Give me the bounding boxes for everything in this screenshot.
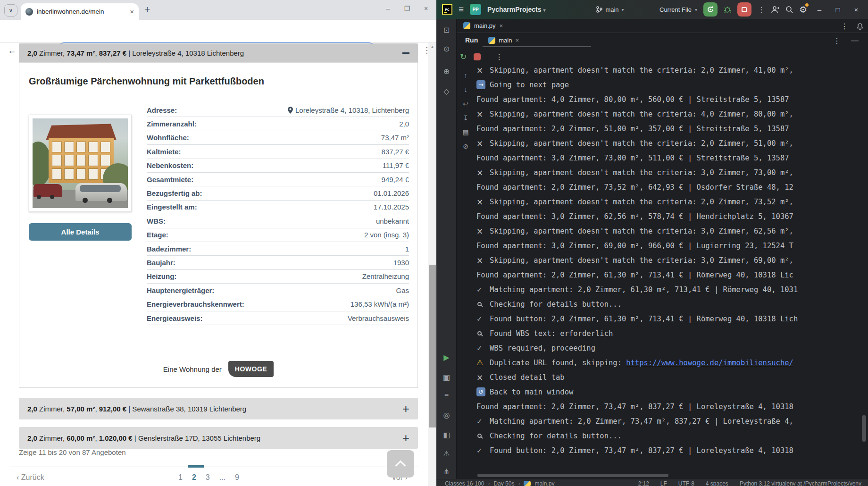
console-line: ✓WBS required, proceeding [476,341,860,355]
run-more-icon[interactable]: ⋮ [758,5,765,14]
structure-icon[interactable]: ◇ [436,87,457,96]
search-everywhere-icon[interactable] [785,6,793,13]
rerun-icon [707,6,714,13]
run-tool-icon[interactable]: ▶ [436,353,457,362]
status-item[interactable]: 4 spaces [706,480,728,486]
scroll-down-icon[interactable]: ↓ [464,86,467,93]
run-button[interactable] [703,2,718,17]
back-icon[interactable]: ← [8,46,16,56]
expand-plus-icon[interactable]: + [402,432,409,444]
breadcrumb-item[interactable]: Day 50s [493,480,514,486]
cross-icon: × [476,226,490,236]
listing-accordion-header[interactable]: 2,0 Zimmer, 73,47 m², 837,27 € | Loreley… [19,43,418,62]
project-selector[interactable]: PycharmProjects ▾ [487,6,545,13]
ide-close-icon[interactable]: × [850,6,862,14]
breadcrumb-item[interactable]: main.py [534,480,554,486]
editor-tabs-more-icon[interactable]: ⋮ [841,22,848,31]
status-item[interactable]: Python 3.12 virtualenv at /PycharmProjec… [740,480,861,486]
building-image [33,118,128,208]
pagination-page-2[interactable]: 2 [192,473,196,482]
editor-tab-close-icon[interactable]: × [500,22,503,29]
print-icon[interactable]: ▤ [462,128,468,136]
pagination-prev[interactable]: ‹ Zurück [17,473,44,482]
run-console-output[interactable]: ×Skipping, apartment doesn't match the c… [476,63,860,473]
console-hscroll-thumb[interactable] [477,474,668,477]
howoge-badge[interactable]: HOWOGE [228,361,274,377]
scrollbar-up-arrow-icon[interactable]: ▲ [428,44,436,49]
project-folder-icon[interactable]: ⊡ [436,25,457,34]
problems-tool-icon[interactable]: ⚠ [436,449,457,458]
commit-icon[interactable]: ⊙ [436,44,457,53]
notifications-bell-icon[interactable] [857,23,863,30]
details-row: Energieverbrauchskennwert:136,53 kWh/(a … [147,297,409,311]
scroll-to-top-button[interactable] [387,450,414,478]
browser-minimize-button[interactable]: – [381,5,395,12]
check-icon: ✓ [476,315,490,323]
debug-bug-icon[interactable] [724,6,731,13]
browser-scrollbar-thumb[interactable] [429,265,436,427]
breadcrumb-item[interactable]: Classes 16-100 [445,480,484,486]
run-tab-close-icon[interactable]: × [515,37,519,44]
scroll-up-icon[interactable]: ↑ [464,72,467,79]
pagination-page-3[interactable]: 3 [206,473,210,482]
status-item[interactable]: 2:12 [638,480,649,486]
run-panel-options-icon[interactable]: ⋮ [833,36,841,45]
soft-wrap-icon[interactable]: ↩ [463,100,468,108]
project-logo: PP [470,4,481,15]
settings-gear-icon[interactable]: ⚙ [799,4,807,15]
browser-scrollbar[interactable]: ▲ [428,43,436,486]
ide-minimize-icon[interactable]: – [813,6,826,14]
collapsed-listing-1[interactable]: 2,0 Zimmer, 57,00 m², 912,00 € | Sewanst… [19,398,418,419]
status-item[interactable]: UTF-8 [678,480,694,486]
status-breadcrumbs[interactable]: Classes 16-100›Day 50s›main.py [445,480,554,486]
pycharm-app-icon[interactable]: PC [442,4,452,15]
ide-maximize-icon[interactable]: □ [832,6,844,14]
rerun-icon[interactable]: ↻ [460,52,467,62]
services-tool-icon[interactable]: ≡ [436,392,457,400]
main-menu-icon[interactable]: ≡ [459,4,464,15]
tab-close-icon[interactable]: × [130,8,134,16]
editor-tab-bar: main.py × ⋮ [457,19,868,33]
run-more-options-icon[interactable]: ⋮ [495,52,503,61]
toolbar-divider [0,42,436,43]
version-control-tool-icon[interactable]: ⋔ [436,467,457,476]
add-user-icon[interactable] [771,6,779,13]
collapse-minus-icon[interactable] [402,52,409,54]
pagination-page-9[interactable]: 9 [235,473,239,482]
editor-tab-main-py[interactable]: main.py [474,22,496,29]
run-config-selector[interactable]: Current File ▾ [659,6,697,13]
status-item[interactable]: LF [660,480,667,486]
cross-icon: × [476,256,490,265]
tab-title: inberlinwohnen.de/mein [37,8,126,15]
stop-process-icon[interactable] [474,53,481,60]
console-link[interactable]: https://www.howoge.de/immobiliensuche/ [626,359,793,367]
stop-button[interactable] [737,2,751,17]
clear-icon[interactable]: ⊘ [463,142,468,150]
browser-restore-button[interactable]: ❐ [400,5,414,12]
tab-search-button[interactable]: ∨ [4,4,17,17]
console-vscroll-thumb[interactable] [862,415,866,442]
listing-title: Großräumige Pärchenwohnung mit Parkettfu… [29,76,264,87]
browser-close-button[interactable]: × [419,5,433,12]
details-row: WBS:unbekannt [147,214,409,228]
run-tab-main[interactable]: main × [488,37,519,44]
python-packages-icon[interactable]: ⊕ [436,67,457,76]
details-row: Eingestellt am:17.10.2025 [147,201,409,214]
browser-window: ∨ inberlinwohnen.de/mein × + – ❐ × ← → ↻… [0,0,436,486]
listing-photo[interactable] [29,115,132,212]
new-tab-button[interactable]: + [144,4,150,15]
search-icon [476,302,490,306]
collapsed-listing-2[interactable]: 2,0 Zimmer, 60,00 m², 1.020,00 € | Gensl… [19,427,418,449]
coverage-tool-icon[interactable]: ◎ [436,411,457,419]
scroll-to-end-icon[interactable]: ↧ [463,114,468,122]
pagination-page-1[interactable]: 1 [178,473,183,482]
pycharm-window: PC ≡ PP PycharmProjects ▾ main ▾ Current… [436,0,868,486]
all-details-button[interactable]: Alle Details [29,223,132,241]
pagination-page-...[interactable]: ... [219,473,225,482]
copy-tool-icon[interactable]: ▣ [436,373,457,382]
branch-selector[interactable]: main ▾ [596,6,624,13]
terminal-tool-icon[interactable]: ◧ [436,430,457,439]
run-panel-hide-icon[interactable]: — [851,36,859,45]
browser-tab[interactable]: inberlinwohnen.de/mein × [21,3,139,20]
expand-plus-icon[interactable]: + [402,402,409,415]
